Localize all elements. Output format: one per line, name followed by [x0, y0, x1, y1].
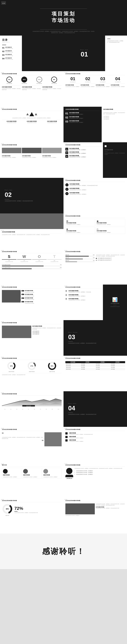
pie-chart-1: 33% — [7, 361, 16, 370]
pie-chart-3: 80% — [47, 361, 57, 370]
step-3: 3 此表为副版内容标题 点击此处添加买方文本内容，如买量提示 — [65, 192, 125, 195]
watermark-3: 演示网 — [1, 108, 4, 109]
article-text: 点击此处添加买方文本内容，如买量提示，请点击此处添加买方内容，点击此处添加买方文… — [96, 504, 125, 506]
slide-pie: 演示网 点击此处添加标题内容标题 33% 副版内容标题 17 — [0, 356, 64, 391]
grid-item-1: ⊞ 此表为副版内容标题 点击此处添加买方文本内容，如买量提示 — [65, 219, 95, 226]
slide-title: 演示网 项目策划 市场活动 点击此处添加买方文本内容，如买量提示，请点击此处添加… — [0, 0, 127, 36]
swot-row: S 优势点击此处添加文字内容 W 劣势点击此处添加文字内容 O 机会点击此处添加… — [2, 254, 62, 262]
icon-list-left: 演示网 点击此处添加标题内容标题 ◆ 此表为副版内容标题 点击此处添加买方文本内… — [64, 142, 103, 178]
slide-photoarticle-header: 点击此处添加标题内容标题 — [65, 500, 125, 502]
photo-row — [2, 148, 62, 153]
photo-1 — [2, 148, 22, 153]
check-item-2: ✓ 副版内容标题 点击此处添加买方文本内容，如买量提示 — [65, 436, 125, 439]
watermark-5: 演示网 — [64, 143, 67, 144]
slide-quote: 演示网 点击此处添加标题内容标题 " 点击此处添加买方文本内容，如买量提示，请点… — [0, 427, 64, 462]
step-2: 2 此表为副版内容标题 点击此处添加买方文本内容，如买量提示 — [65, 188, 125, 191]
pie-content: 33% 副版内容标题 17% 副版内容标题 80 — [2, 361, 62, 372]
arrows-image — [2, 290, 21, 302]
arrow-row-1: ▶ 此表为副版内容标题 点击此处添加买方文本内容 — [22, 290, 62, 293]
logo-text: 演示网 — [2, 3, 5, 4]
timeline-3: 此表为副版内容标题 点击此处添加买方文本内容，如买量提示 — [67, 298, 101, 301]
toc-subtitle: CONTANTS — [2, 42, 20, 42]
arrows-content: ▶ 此表为副版内容标题 点击此处添加买方文本内容 ▶ 此表为副版内容标题 点击此… — [2, 290, 62, 304]
timeline-list: 此表为副版内容标题 点击此处添加买方文本内容，如买量提示，请点击此处 此表为副版… — [65, 290, 101, 301]
icon-item-2: ◆ 此表为副版内容标题 点击此处添加买方文本内容，如买量提示 — [65, 151, 101, 154]
main-title: 项目策划 市场活动 — [52, 10, 75, 24]
part-one-desc: 点击此处添加买方文本内容，如买量提示，请点击此处添加买方内容 — [107, 40, 125, 43]
brand-items: 此表为副版内容标题 点击此处添加买方文本内容 此表为副版内容标题 点击此处添加买… — [2, 121, 62, 124]
watermark-19: 演示网 — [1, 463, 4, 465]
slide-part-four: Part four 04 点击此处添加买方文本内容，如买量提示，请点击此处添加买… — [64, 391, 127, 427]
part-one-label: Part one — [80, 49, 88, 50]
icon-item-3: ◆ 此表为副版内容标题 点击此处添加买方文本内容，如买量提示 — [65, 155, 101, 158]
brand-mark — [2, 112, 62, 116]
number-list: 01 此表为副版内容 02 此表为副版内容 03 此表为副版内容 04 此表为副… — [65, 76, 125, 82]
icon-list-right: ■ 此表为副版内容标题 点击此处添加买方文本内容，如买量提示，请点击此处添加买方… — [103, 142, 127, 178]
timeline-1: 此表为副版内容标题 点击此处添加买方文本内容，如买量提示，请点击此处 — [67, 290, 101, 293]
chart-labels: 1月 2月 3月 4月 5月 6月 7月 8月 9月 10月 — [2, 409, 62, 410]
person-items: 点击此处添加买方文本内容，如买量提示 点击此处添加买方文本内容，如买量提示 点击… — [74, 470, 125, 476]
slide-area-header: 点击此处添加标题内容标题 — [2, 393, 62, 396]
part-three-desc: 点击此处添加买方文本内容，如买量提示，请点击此处添加买方内容 — [68, 342, 96, 344]
watermark-18: 演示网 — [64, 428, 67, 429]
person-text: 点击此处添加买方文本内容，如买量提示，请点击此处添加买方内容，点击此处添加买方文… — [74, 468, 125, 469]
donut-desc: 点击此处添加买方文本内容，如买量提示，请点击此处添加买方内容 — [14, 512, 62, 514]
icon-item-1: ◆ 此表为副版内容标题 点击此处添加买方文本内容，如买量提示 — [65, 148, 101, 150]
slide-grid4: 演示网 点击此处添加标题内容标题 ⊞ 此表为副版内容标题 点击此处添加买方文本内… — [64, 214, 127, 249]
part-four-num: 04 — [68, 405, 96, 412]
part-one-content: Part one 01 — [80, 49, 88, 58]
watermark-22: 演示网 — [64, 499, 67, 500]
part-four-content: Part four 04 点击此处添加买方文本内容，如买量提示，请点击此处添加买… — [68, 403, 96, 415]
grid-4-items: ⊞ 此表为副版内容标题 点击此处添加买方文本内容，如买量提示 ◉ 此表为副版内容… — [65, 219, 125, 234]
toc-item-2: 02 此表为副版内容点击此处添加文字内容 — [2, 50, 20, 52]
swot-t: T 威胁点击此处添加文字内容 — [47, 254, 62, 262]
person-avatar — [66, 468, 72, 474]
slide-photos: 演示网 点击此处添加标题内容标题 此表为副版内容标题 点击此处添加买方文本内容，… — [0, 142, 64, 178]
title-border-top — [40, 8, 87, 9]
slide-steps-header: 点击此处添加标题内容标题 — [65, 180, 125, 182]
photo-article-content: 点击此处添加买方文本内容，如买量提示 点击此处添加买方文本内容，如买量提示，请点… — [65, 504, 125, 516]
triangle-sm-2 — [35, 113, 37, 115]
slide-cards-header: 项目内容 — [2, 464, 62, 466]
slide-8-header: 点击此处添加标题内容标题 — [2, 144, 62, 146]
toc-item-1: 01 此表为副版内容点击此处添加文字内容 — [2, 47, 20, 49]
slide-progress: 演示网 点击此处添加标题内容标题 副版内容80% 副版内容60% — [64, 249, 127, 284]
svg-text:33%: 33% — [10, 365, 13, 367]
presentation-container: 演示网 项目策划 市场活动 点击此处添加买方文本内容，如买量提示，请点击此处添加… — [0, 0, 127, 569]
num-item-4: 04 此表为副版内容 — [115, 76, 120, 82]
landscape-bottom: 演示网 点击此处添加标题内容标题 点击此处添加买方文本内容，如买量提示，请点击此… — [0, 229, 64, 249]
step-1: 1 此表为副版内容标题 点击此处添加买方文本内容，如买量提示，请点击此处添加买方… — [65, 183, 125, 186]
dark-item-1: 01 此表为副版内容标题 点击此处添加买方文本内容，如买量提示 — [65, 112, 100, 115]
timeline-right: 📊 此表为副版内容标题 点击此处添加买方文本内容 — [103, 284, 127, 320]
watermark-15: 演示网 — [64, 357, 67, 358]
part-three-label: Part three — [68, 332, 96, 333]
dark-bg: 点击此处添加标题内容标题 01 此表为副版内容标题 点击此处添加买方文本内容，如… — [64, 107, 102, 142]
slide-5-header: 点击此处添加标题内容标题 — [65, 73, 125, 75]
card-icon-2 — [23, 469, 28, 474]
donut-svg-1: 36% — [2, 504, 13, 514]
dark-header: 点击此处添加标题内容标题 — [65, 108, 100, 111]
photo-3 — [42, 148, 62, 153]
slide-progress-header: 点击此处添加标题内容标题 — [65, 251, 125, 253]
prog-2: 此表为副版内容标题50% — [2, 267, 62, 269]
part-three-num: 03 — [68, 334, 96, 340]
timeline-2: 此表为副版内容标题 点击此处添加买方文本内容，如买量提示 — [67, 294, 101, 297]
dark-item-2: 02 此表为副版内容标题 点击此处添加买方文本内容，如买量提示 — [65, 116, 100, 119]
person-body — [65, 475, 73, 477]
arrow-row-3: ▶ 此表为副版内容标题 点击此处添加买方文本内容 — [22, 297, 62, 300]
watermark-11: 演示网 — [1, 286, 4, 287]
table-row: 副版内容标题此表为副版此表为副版此表为副版 — [65, 366, 125, 368]
watermark-7: 演示网 — [1, 230, 4, 231]
slide-person: 演示网 点击此处添加标题内容标题 公司介绍人员 点击此处添加买方文本内容，如买量… — [64, 462, 127, 498]
circle-1: 8% 此表为副版内容 — [7, 76, 12, 84]
circle-2: 90% 此表为副版内容 — [21, 76, 27, 84]
slide-person-header: 点击此处添加标题内容标题 — [65, 464, 125, 466]
swot-o: O 机会点击此处添加文字内容 — [32, 254, 47, 262]
title-description: 点击此处添加买方文本内容，如买量提示，请点击此处添加买方内容，点击此处添加买方文… — [32, 31, 95, 34]
slide-steps: 演示网 点击此处添加标题内容标题 1 此表为副版内容标题 点击此处添加买方文本内… — [64, 178, 127, 214]
part-one-num: 01 — [80, 51, 88, 58]
slide-part-two: Part two 02 点击此处添加买方文本内容，如买量提示，请点击此处添加买方… — [0, 178, 64, 214]
slide-donut-header: 点击此处添加标题内容标题 — [2, 500, 62, 502]
slide-numbers: 演示网 点击此处添加标题内容标题 01 此表为副版内容 02 此表为副版内容 0… — [64, 71, 127, 107]
card-3: 副版内容标题 点击此处添加买方文本内容，如买量提示 — [42, 468, 62, 479]
